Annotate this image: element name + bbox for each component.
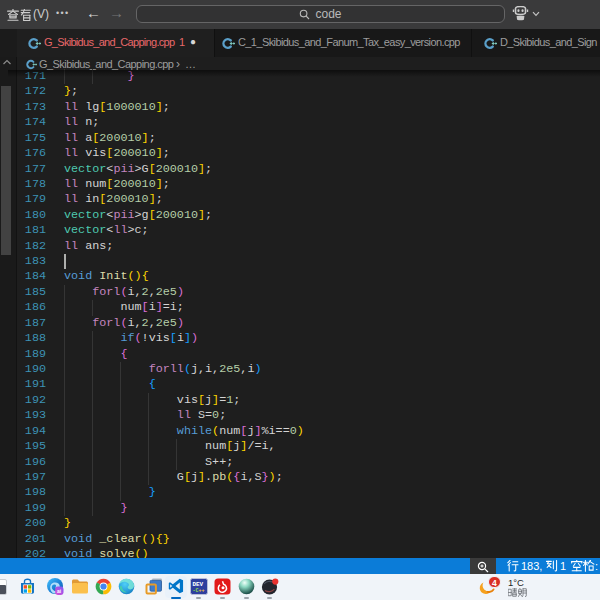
- svg-text:++: ++: [198, 588, 204, 594]
- svg-text:DEV: DEV: [192, 581, 203, 588]
- svg-text:ai: ai: [57, 588, 62, 594]
